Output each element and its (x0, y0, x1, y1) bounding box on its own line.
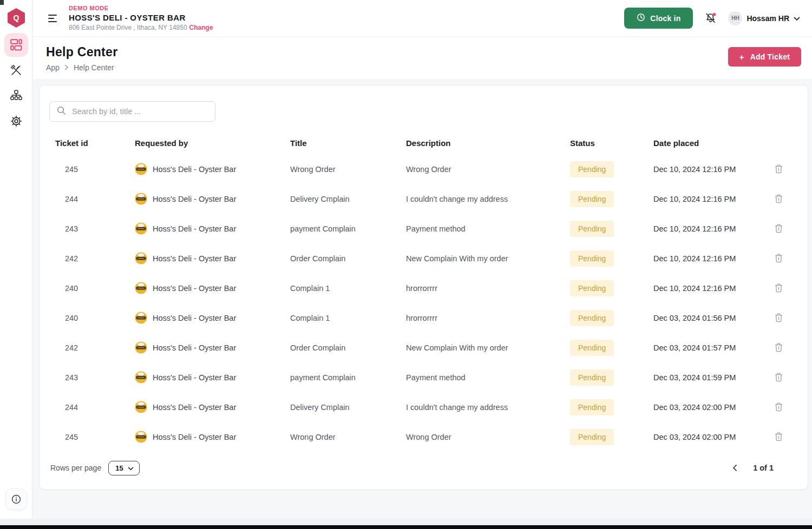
status-badge: Pending (570, 280, 614, 296)
breadcrumb: App Help Center (46, 63, 117, 72)
ticket-id: 245 (49, 165, 94, 174)
notifications-button[interactable] (703, 11, 718, 25)
table-row[interactable]: 242 Hoss's Deli - Oyster Bar Order Compl… (49, 333, 798, 362)
chevron-left-icon (732, 465, 737, 473)
date-placed: Dec 10, 2024 12:16 PM (653, 284, 736, 293)
delete-ticket-button[interactable] (773, 401, 784, 413)
add-ticket-button[interactable]: + Add Ticket (728, 47, 801, 67)
chevron-down-icon (794, 14, 800, 23)
requester-avatar-icon (135, 222, 147, 235)
requester-name: Hoss's Deli - Oyster Bar (153, 224, 236, 233)
requester-avatar-icon (135, 193, 147, 205)
requester-avatar-icon (135, 163, 147, 175)
requester-name: Hoss's Deli - Oyster Bar (153, 343, 236, 352)
table-row[interactable]: 243 Hoss's Deli - Oyster Bar payment Com… (49, 362, 798, 392)
requester-avatar-icon (135, 312, 147, 324)
trash-icon (775, 167, 783, 175)
change-location-link[interactable]: Change (189, 24, 213, 31)
requester-avatar-icon (135, 252, 147, 264)
clock-icon (637, 13, 645, 23)
table-row[interactable]: 244 Hoss's Deli - Oyster Bar Delivery Cm… (49, 184, 798, 214)
user-name: Hossam HR (746, 14, 789, 23)
user-avatar: HH (728, 11, 742, 25)
breadcrumb-app[interactable]: App (46, 63, 60, 72)
ticket-title: Delivery Cmplain (290, 403, 350, 412)
column-header: Description (406, 138, 570, 148)
chevron-right-icon (64, 63, 69, 72)
ticket-description: Payment method (406, 373, 466, 382)
delete-ticket-button[interactable] (773, 193, 784, 205)
requester-avatar-icon (135, 282, 147, 294)
ticket-description: New Complain With my order (406, 254, 508, 263)
table-row[interactable]: 245 Hoss's Deli - Oyster Bar Wrong Order… (49, 422, 798, 452)
status-badge: Pending (570, 340, 614, 356)
status-badge: Pending (570, 161, 614, 177)
rows-per-page-select[interactable]: 15 (108, 461, 139, 475)
requester-avatar-icon (135, 371, 147, 383)
ticket-description: I couldn't change my address (406, 403, 508, 412)
ticket-rows: 245 Hoss's Deli - Oyster Bar Wrong Order… (49, 154, 798, 452)
ticket-title: payment Complain (290, 224, 356, 233)
table-row[interactable]: 240 Hoss's Deli - Oyster Bar Complain 1 … (49, 273, 798, 303)
trash-icon (775, 435, 783, 443)
delete-ticket-button[interactable] (773, 222, 784, 235)
clock-in-button[interactable]: Clock in (624, 8, 693, 29)
sidebar-item-settings[interactable] (4, 109, 28, 133)
delete-ticket-button[interactable] (773, 431, 784, 443)
breadcrumb-current: Help Center (74, 63, 114, 72)
status-badge: Pending (570, 221, 614, 237)
sidebar-item-dashboard[interactable] (4, 33, 28, 57)
org-chart-icon (10, 90, 22, 102)
gear-icon (10, 115, 22, 127)
requester-avatar-icon (135, 401, 147, 413)
table-row[interactable]: 244 Hoss's Deli - Oyster Bar Delivery Cm… (49, 392, 798, 422)
menu-toggle-button[interactable] (46, 12, 59, 24)
table-row[interactable]: 242 Hoss's Deli - Oyster Bar Order Compl… (49, 243, 798, 273)
user-menu[interactable]: HH Hossam HR (728, 11, 800, 25)
table-row[interactable]: 245 Hoss's Deli - Oyster Bar Wrong Order… (49, 154, 798, 184)
delete-ticket-button[interactable] (773, 163, 784, 175)
date-placed: Dec 03, 2024 02:00 PM (653, 403, 736, 412)
ticket-id: 240 (49, 284, 94, 293)
date-placed: Dec 10, 2024 12:16 PM (653, 165, 736, 174)
ticket-id: 245 (49, 433, 94, 441)
sidebar-item-restaurant[interactable] (4, 58, 28, 82)
date-placed: Dec 10, 2024 12:16 PM (653, 195, 736, 203)
help-info-button[interactable] (5, 488, 27, 510)
delete-ticket-button[interactable] (773, 341, 784, 354)
table-row[interactable]: 243 Hoss's Deli - Oyster Bar payment Com… (49, 214, 798, 243)
hexagon-q-icon: Q (7, 8, 25, 28)
delete-ticket-button[interactable] (773, 371, 784, 383)
date-placed: Dec 03, 2024 01:56 PM (653, 314, 736, 322)
status-badge: Pending (570, 429, 614, 445)
requester-name: Hoss's Deli - Oyster Bar (153, 195, 236, 203)
window-corner-artifact (0, 0, 4, 5)
requester-name: Hoss's Deli - Oyster Bar (153, 165, 236, 174)
topbar: DEMO MODE HOSS'S DELI - OYSTER BAR 806 E… (33, 0, 812, 37)
column-header: Title (290, 138, 406, 148)
table-row[interactable]: 240 Hoss's Deli - Oyster Bar Complain 1 … (49, 303, 798, 333)
status-badge: Pending (570, 191, 614, 207)
rows-per-page-label: Rows per page (50, 464, 101, 472)
ticket-title: Complain 1 (290, 314, 330, 322)
delete-ticket-button[interactable] (773, 312, 784, 324)
trash-icon (775, 316, 783, 324)
requester-name: Hoss's Deli - Oyster Bar (153, 314, 236, 322)
requester-name: Hoss's Deli - Oyster Bar (153, 433, 236, 441)
ticket-title: Order Complain (290, 254, 345, 263)
sidebar-item-organization[interactable] (4, 84, 28, 108)
tickets-card: Ticket idRequested byTitleDescriptionSta… (39, 85, 808, 490)
ticket-id: 242 (49, 254, 94, 263)
previous-page-button[interactable] (730, 462, 739, 474)
delete-ticket-button[interactable] (773, 252, 784, 264)
window-footer-strip (0, 519, 812, 525)
app-logo[interactable]: Q (7, 8, 25, 28)
trash-icon (775, 346, 783, 354)
ticket-description: Wrong Order (406, 165, 451, 174)
delete-ticket-button[interactable] (773, 282, 784, 294)
ticket-title: Wrong Order (290, 165, 336, 174)
column-header: Status (570, 138, 653, 148)
dashboard-grid-icon (10, 39, 22, 51)
date-placed: Dec 03, 2024 01:57 PM (653, 343, 736, 352)
search-input[interactable] (71, 107, 208, 116)
